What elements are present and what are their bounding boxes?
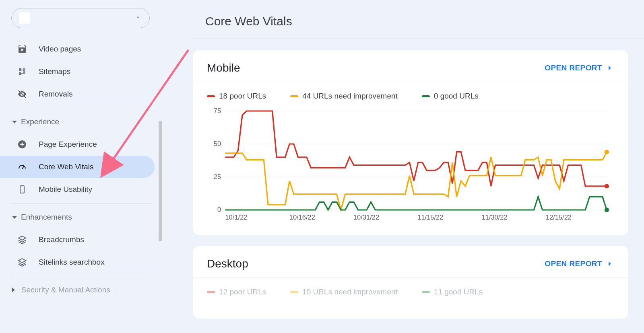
caret-down-icon — [12, 121, 17, 123]
mobile-card: Mobile OPEN REPORT 18 poor URLs 44 URLs … — [193, 50, 628, 235]
sidebar-section-security[interactable]: Security & Manual Actions — [0, 279, 161, 301]
caret-right-icon — [12, 288, 17, 292]
sidebar-item-label: Page Experience — [39, 140, 97, 149]
open-report-button[interactable]: OPEN REPORT — [545, 259, 614, 268]
svg-text:25: 25 — [214, 173, 221, 180]
removals-icon — [17, 89, 27, 99]
sidebar-item-label: Removals — [39, 90, 72, 99]
sidebar-item-video-pages[interactable]: Video pages — [0, 38, 161, 60]
legend-swatch-need — [290, 291, 298, 293]
svg-text:12/15/22: 12/15/22 — [546, 214, 572, 221]
sidebar-item-label: Mobile Usability — [39, 185, 92, 194]
sidebar-item-label: Sitemaps — [39, 67, 70, 76]
chevron-down-icon — [135, 14, 141, 22]
svg-text:10/16/22: 10/16/22 — [289, 214, 315, 221]
chevron-right-icon — [605, 64, 614, 72]
legend-label-good: 11 good URLs — [434, 288, 483, 296]
sidebar-section-label: Enhancements — [21, 213, 72, 222]
sidebar: Video pages Sitemaps Removals Experience — [0, 0, 161, 333]
mobile-icon — [17, 184, 27, 195]
sidebar-section-label: Experience — [21, 117, 59, 126]
card-title-mobile: Mobile — [207, 62, 240, 74]
legend-label-need: 44 URLs need improvement — [302, 92, 398, 101]
svg-text:75: 75 — [214, 108, 221, 114]
legend-label-good: 0 good URLs — [434, 92, 479, 101]
open-report-label: OPEN REPORT — [545, 259, 602, 268]
sidebar-item-label: Core Web Vitals — [39, 162, 94, 171]
chart-legend: 12 poor URLs 10 URLs need improvement 11… — [193, 278, 628, 300]
main-content: Core Web Vitals Mobile OPEN REPORT 18 po… — [193, 0, 644, 333]
svg-point-19 — [605, 150, 609, 154]
svg-text:11/30/22: 11/30/22 — [481, 214, 507, 221]
sidebar-item-label: Sitelinks searchbox — [39, 258, 105, 267]
sidebar-section-experience[interactable]: Experience — [0, 111, 161, 133]
layers-icon — [17, 234, 27, 245]
legend-swatch-good — [422, 291, 430, 293]
legend-label-poor: 18 poor URLs — [219, 92, 266, 101]
caret-down-icon — [12, 216, 17, 219]
mobile-chart: 025507510/1/2210/16/2210/31/2211/15/2211… — [193, 104, 628, 235]
layers-icon — [17, 257, 27, 267]
sidebar-item-label: Video pages — [39, 45, 81, 53]
sitemaps-icon — [17, 66, 27, 77]
svg-point-20 — [605, 208, 609, 212]
nav-divider — [12, 108, 154, 108]
sidebar-item-label: Breadcrumbs — [39, 235, 84, 244]
open-report-label: OPEN REPORT — [545, 64, 602, 72]
svg-text:50: 50 — [214, 140, 221, 147]
video-pages-icon — [17, 44, 27, 54]
desktop-card: Desktop OPEN REPORT 12 poor URLs 10 URLs… — [193, 246, 628, 319]
sidebar-item-breadcrumbs[interactable]: Breadcrumbs — [0, 228, 161, 251]
sidebar-section-label: Security & Manual Actions — [21, 286, 110, 294]
legend-swatch-good — [422, 95, 430, 97]
legend-swatch-poor — [207, 95, 215, 97]
header-divider — [193, 39, 644, 39]
svg-point-18 — [605, 184, 609, 188]
sidebar-item-page-experience[interactable]: Page Experience — [0, 133, 161, 156]
sidebar-item-sitemaps[interactable]: Sitemaps — [0, 60, 161, 83]
svg-text:10/1/22: 10/1/22 — [225, 214, 247, 221]
property-selector[interactable] — [11, 8, 150, 28]
sidebar-scrollbar[interactable] — [159, 121, 162, 241]
chart-legend: 18 poor URLs 44 URLs need improvement 0 … — [193, 82, 628, 104]
sidebar-nav: Video pages Sitemaps Removals Experience — [0, 38, 161, 301]
sidebar-section-enhancements[interactable]: Enhancements — [0, 206, 161, 228]
legend-label-need: 10 URLs need improvement — [302, 288, 398, 296]
sidebar-item-core-web-vitals[interactable]: Core Web Vitals — [0, 156, 155, 178]
open-report-button[interactable]: OPEN REPORT — [545, 64, 614, 72]
page-experience-icon — [17, 139, 27, 150]
nav-divider — [12, 203, 154, 204]
speed-icon — [17, 162, 27, 172]
legend-swatch-poor — [207, 291, 215, 293]
property-avatar — [19, 12, 30, 24]
sidebar-item-mobile-usability[interactable]: Mobile Usability — [0, 178, 161, 201]
legend-swatch-need — [290, 95, 298, 97]
card-title-desktop: Desktop — [207, 257, 248, 270]
nav-divider — [12, 276, 154, 276]
chevron-right-icon — [605, 259, 614, 268]
page-title: Core Web Vitals — [193, 8, 644, 39]
sidebar-item-removals[interactable]: Removals — [0, 83, 161, 105]
svg-text:10/31/22: 10/31/22 — [353, 214, 379, 221]
legend-label-poor: 12 poor URLs — [219, 288, 266, 296]
svg-text:0: 0 — [217, 206, 221, 213]
svg-text:11/15/22: 11/15/22 — [417, 214, 443, 221]
sidebar-item-sitelinks-searchbox[interactable]: Sitelinks searchbox — [0, 251, 161, 273]
svg-point-2 — [22, 192, 23, 193]
